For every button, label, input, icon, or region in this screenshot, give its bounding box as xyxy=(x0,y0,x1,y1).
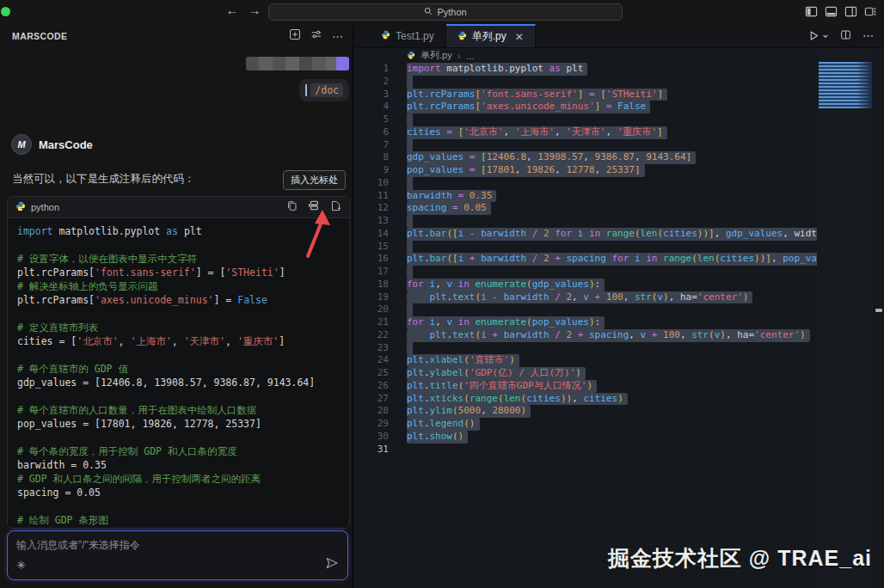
minimap[interactable] xyxy=(817,48,875,588)
insert-code-icon[interactable] xyxy=(308,199,320,215)
code-line[interactable]: 16plt.bar([i + barwidth / 2 + spacing fo… xyxy=(353,253,817,266)
toggle-left-sidebar-button[interactable] xyxy=(805,5,818,18)
breadcrumb[interactable]: 单列.py › … xyxy=(353,48,884,63)
recording-indicator-icon xyxy=(1,7,10,16)
chat-code-block: python import matplotlib.pyplot as plt #… xyxy=(7,196,350,529)
code-line[interactable]: 23 xyxy=(353,342,817,355)
code-line xyxy=(17,389,340,403)
python-icon xyxy=(407,51,415,61)
code-line: pop_values = [17801, 19826, 12778, 25337… xyxy=(17,417,340,431)
code-line[interactable]: 11barwidth = 0.35 xyxy=(353,190,817,203)
run-button[interactable] xyxy=(808,30,829,41)
app-window: ← → Python MARSCODE ⋯ xyxy=(0,0,884,588)
code-line xyxy=(17,238,340,252)
code-line[interactable]: 17 xyxy=(353,266,817,279)
code-line: barwidth = 0.35 xyxy=(17,458,340,472)
overview-ruler[interactable] xyxy=(874,48,884,588)
split-editor-icon[interactable] xyxy=(840,28,851,44)
tab-danlie-py[interactable]: 单列.py ✕ xyxy=(446,24,536,47)
code-line[interactable]: 28plt.ylim(5000, 28000) xyxy=(353,405,817,418)
settings-sliders-icon[interactable] xyxy=(310,28,322,44)
code-line xyxy=(17,307,340,321)
code-line[interactable]: 29plt.legend() xyxy=(353,418,817,431)
code-line[interactable]: 13 xyxy=(353,215,817,228)
code-line: cities = ['北京市', '上海市', '天津市', '重庆市'] xyxy=(17,334,340,348)
chat-code-header: python xyxy=(8,197,349,218)
code-line[interactable]: 27plt.xticks(range(len(cities)), cities) xyxy=(353,393,817,406)
python-icon xyxy=(381,30,390,42)
editor-code[interactable]: 1import matplotlib.pyplot as plt23plt.rc… xyxy=(353,63,817,588)
marscode-avatar: M xyxy=(11,134,32,155)
code-line[interactable]: 1import matplotlib.pyplot as plt xyxy=(353,63,817,76)
code-line[interactable]: 5 xyxy=(353,113,817,126)
code-line[interactable]: 25plt.ylabel('GDP(亿) / 人口(万)') xyxy=(353,367,817,380)
code-line[interactable]: 20 xyxy=(353,303,817,316)
more-options-icon[interactable]: ⋯ xyxy=(332,30,344,43)
new-chat-icon[interactable] xyxy=(289,28,301,44)
code-line[interactable]: 21for i, v in enumerate(pop_values): xyxy=(353,316,817,329)
code-line xyxy=(17,499,340,513)
code-line[interactable]: 9pop_values = [17801, 19826, 12778, 2533… xyxy=(353,164,817,177)
nav-forward-button[interactable]: → xyxy=(246,3,263,17)
code-line[interactable]: 19 plt.text(i - barwidth / 2, v + 100, s… xyxy=(353,291,817,304)
code-line: # 设置字体，以便在图表中显示中文字符 xyxy=(17,252,340,266)
command-search-box[interactable]: Python xyxy=(268,3,623,21)
code-line[interactable]: 4plt.rcParams['axes.unicode_minus'] = Fa… xyxy=(353,101,817,113)
code-line[interactable]: 24plt.xlabel('直辖市') xyxy=(353,354,817,367)
doc-command-tag: /doc xyxy=(299,79,349,101)
python-icon xyxy=(457,31,467,43)
code-line: plt.rcParams['axes.unicode_minus'] = Fal… xyxy=(17,293,340,307)
search-box-text: Python xyxy=(437,7,466,17)
code-line[interactable]: 2 xyxy=(353,76,817,89)
code-line[interactable]: 26plt.title('四个直辖市GDP与人口情况') xyxy=(353,380,817,393)
editor-tab-bar: Test1.py 单列.py ✕ ⋯ xyxy=(353,24,884,48)
tab-label: Test1.py xyxy=(396,30,434,42)
code-line[interactable]: 30plt.show() xyxy=(353,431,817,444)
code-line[interactable]: 8gdp_values = [12406.8, 13908.57, 9386.8… xyxy=(353,151,817,164)
code-line: gdp_values = [12406.8, 13908.57, 9386.87… xyxy=(17,376,340,389)
insert-at-cursor-button[interactable]: 插入光标处 xyxy=(283,170,346,190)
breadcrumb-more[interactable]: … xyxy=(465,51,475,61)
code-line: spacing = 0.05 xyxy=(17,486,340,499)
code-line[interactable]: 12spacing = 0.05 xyxy=(353,202,817,215)
marscode-panel-header: MARSCODE ⋯ xyxy=(0,24,353,48)
title-bar: ← → Python xyxy=(0,0,884,25)
code-line xyxy=(17,431,340,444)
code-line[interactable]: 14plt.bar([i - barwidth / 2 for i in ran… xyxy=(353,228,817,241)
toggle-bottom-panel-button[interactable] xyxy=(825,5,838,18)
chat-code-body: import matplotlib.pyplot as plt # 设置字体，以… xyxy=(8,218,349,529)
nav-back-button[interactable]: ← xyxy=(224,3,241,17)
chat-input-placeholder: 输入消息或者"/"来选择指令 xyxy=(16,538,339,553)
customize-layout-button[interactable] xyxy=(864,5,877,18)
code-line: # 每个直辖市的人口数量，用于在图表中绘制人口数据 xyxy=(17,403,340,417)
code-line[interactable]: 3plt.rcParams['font.sans-serif'] = ['STH… xyxy=(353,89,817,101)
editor-group: Test1.py 单列.py ✕ ⋯ 单列.py › … 1import xyxy=(353,24,884,588)
close-tab-icon[interactable]: ✕ xyxy=(515,31,524,43)
assistant-name: MarsCode xyxy=(39,138,93,151)
code-line: # GDP 和人口条之间的间隔，用于控制两者之间的距离 xyxy=(17,472,340,486)
send-message-icon[interactable] xyxy=(325,556,339,573)
doc-tag-label: /doc xyxy=(310,83,343,97)
breadcrumb-file[interactable]: 单列.py xyxy=(421,49,452,62)
tab-label: 单列.py xyxy=(472,29,506,44)
toggle-right-sidebar-button[interactable] xyxy=(844,5,857,18)
code-line[interactable]: 22 plt.text(i + barwidth / 2 + spacing, … xyxy=(353,329,817,342)
new-file-from-code-icon[interactable] xyxy=(330,199,341,215)
code-line[interactable]: 18for i, v in enumerate(gdp_values): xyxy=(353,279,817,291)
editor-more-actions-icon[interactable]: ⋯ xyxy=(863,29,874,42)
chat-input[interactable]: 输入消息或者"/"来选择指令 ✳ xyxy=(7,530,348,580)
sparkle-command-icon[interactable]: ✳ xyxy=(16,559,26,572)
copy-code-icon[interactable] xyxy=(286,199,298,215)
tab-test1-py[interactable]: Test1.py xyxy=(370,24,446,47)
code-line[interactable]: 10 xyxy=(353,177,817,190)
code-line: plt.rcParams['font.sans-serif'] = ['STHe… xyxy=(17,266,340,279)
code-line[interactable]: 7 xyxy=(353,139,817,152)
code-line[interactable]: 31 xyxy=(353,444,817,456)
code-line[interactable]: 6cities = ['北京市', '上海市', '天津市', '重庆市'] xyxy=(353,126,817,139)
redacted-user-message xyxy=(246,57,349,70)
code-line xyxy=(17,348,340,362)
code-line[interactable]: 15 xyxy=(353,241,817,254)
search-icon xyxy=(424,7,433,17)
chevron-right-icon: › xyxy=(457,51,461,61)
overview-ruler-marker xyxy=(875,309,882,312)
